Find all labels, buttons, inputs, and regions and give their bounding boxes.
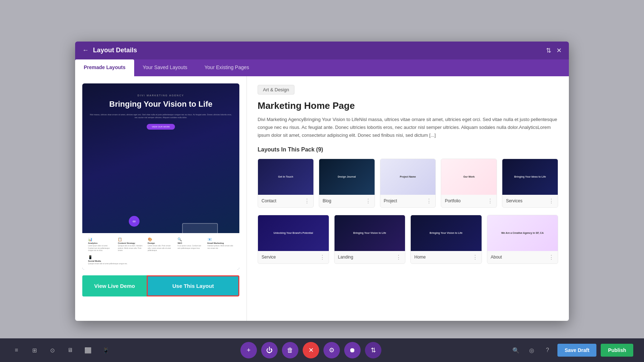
content-icon: 📋 xyxy=(118,237,144,241)
layout-card-service[interactable]: Unlocking Your Brand's Potential Service… xyxy=(258,215,329,264)
toolbar-mobile-icon[interactable]: 📱 xyxy=(100,344,112,356)
feature-design: 🎨 Design Lorem ornare odio. Proin ornare… xyxy=(148,237,174,252)
toolbar-right: 🔍 ◎ ? Save Draft Publish xyxy=(510,344,633,357)
agency-label: DIVI MARKETING AGENCY xyxy=(89,94,232,97)
toolbar-menu-icon[interactable]: ≡ xyxy=(11,344,22,356)
card-menu-project[interactable]: ⋮ xyxy=(426,198,432,204)
publish-button[interactable]: Publish xyxy=(601,344,633,357)
toolbar-desktop-icon[interactable]: 🖥 xyxy=(64,344,76,356)
card-menu-blog[interactable]: ⋮ xyxy=(365,198,371,204)
analytics-icon: 📊 xyxy=(88,237,114,241)
tab-saved[interactable]: Your Saved Layouts xyxy=(134,59,196,76)
feature-desc-social: Quisque ornare odio sit amet pellentesqu… xyxy=(88,263,234,265)
feature-desc-content: Quisque odio sit at diam. Interdum preti… xyxy=(118,245,144,252)
record-button[interactable]: ⏺ xyxy=(344,342,361,358)
feature-desc-design: Lorem ornare odio. Proin ornare odio. Lo… xyxy=(148,245,174,252)
card-menu-about[interactable]: ⋮ xyxy=(548,254,554,261)
layout-card-contact[interactable]: Get In Touch Contact ⋮ xyxy=(258,159,314,208)
layout-card-home[interactable]: Bringing Your Vision to Life Home ⋮ xyxy=(410,215,482,264)
right-panel: Art & Design Marketing Home Page Divi Ma… xyxy=(247,76,569,321)
layout-card-blog[interactable]: Design Journal Blog ⋮ xyxy=(319,159,375,208)
thumb-services: Bringing Your Ideas to Life xyxy=(502,159,558,195)
card-name-project: Project xyxy=(384,198,397,203)
thumb-mock-service: Unlocking Your Brand's Potential xyxy=(272,232,315,234)
close-icon[interactable]: ✕ xyxy=(556,47,562,54)
email-icon: 📧 xyxy=(208,237,234,241)
card-footer-landing: Landing ⋮ xyxy=(335,251,405,264)
use-this-layout-button[interactable]: Use This Layout xyxy=(147,275,239,296)
hero-cta-button[interactable]: VIEW OUR WORK xyxy=(147,124,175,130)
feature-title-design: Design xyxy=(148,242,174,244)
preview-features: 📊 Analytics Lorem ipsum dolor sit amet. … xyxy=(82,233,239,269)
thumb-mock-landing: Bringing Your Vision to Life xyxy=(351,232,388,234)
thumb-mock-services: Bringing Your Ideas to Life xyxy=(512,175,548,178)
feature-email: 📧 Email Marketing Interdum pretium. Morb… xyxy=(208,237,234,252)
layout-card-portfolio[interactable]: Our Work Portfolio ⋮ xyxy=(441,159,497,208)
settings-button[interactable]: ⚙ xyxy=(323,342,340,358)
thumb-blog: Design Journal xyxy=(319,159,375,195)
modal-title: Layout Details xyxy=(93,47,542,54)
toolbar-left: ≡ ⊞ ⊙ 🖥 ⬜ 📱 xyxy=(11,344,112,356)
feature-desc-seo: In ac auctor cursus. Condunt iam sem pel… xyxy=(177,245,204,250)
view-live-demo-button[interactable]: View Live Demo xyxy=(82,275,147,296)
card-menu-service[interactable]: ⋮ xyxy=(319,254,325,261)
card-footer-service: Service ⋮ xyxy=(258,251,329,264)
hero-title: Bringing Your Vision to Life xyxy=(89,100,232,109)
card-name-about: About xyxy=(491,255,502,260)
layout-card-about[interactable]: We Are a Creative Agency in SF, CA About… xyxy=(487,215,558,264)
add-button[interactable]: + xyxy=(240,342,257,358)
card-menu-contact[interactable]: ⋮ xyxy=(304,198,310,204)
feature-desc-analytics: Lorem ipsum dolor sit amet. Condunt iam … xyxy=(88,245,114,252)
page-wrapper: ← Layout Details ⇅ ✕ Premade Layouts You… xyxy=(0,0,644,362)
power-button[interactable]: ⏻ xyxy=(261,342,278,358)
layout-card-project[interactable]: Project Name Project ⋮ xyxy=(380,159,436,208)
tab-premade[interactable]: Premade Layouts xyxy=(75,59,134,76)
category-badge: Art & Design xyxy=(258,85,294,95)
save-draft-button[interactable]: Save Draft xyxy=(557,344,596,357)
trash-button[interactable]: 🗑 xyxy=(282,342,298,358)
tab-existing[interactable]: Your Existing Pages xyxy=(196,59,258,76)
card-menu-portfolio[interactable]: ⋮ xyxy=(487,198,493,204)
layout-description: Divi Marketing AgencyBringing Your Visio… xyxy=(258,116,558,139)
modal-header: ← Layout Details ⇅ ✕ xyxy=(75,42,569,59)
feature-title-social: Social Media xyxy=(88,260,234,262)
preview-image: DIVI MARKETING AGENCY Bringing Your Visi… xyxy=(82,83,239,270)
layouts-grid-row1: Get In Touch Contact ⋮ Design Journal xyxy=(258,159,558,208)
header-icons: ⇅ ✕ xyxy=(546,47,562,54)
tabs-bar: Premade Layouts Your Saved Layouts Your … xyxy=(75,59,569,76)
card-menu-home[interactable]: ⋮ xyxy=(472,254,478,261)
card-footer-about: About ⋮ xyxy=(487,251,558,264)
toolbar-center: + ⏻ 🗑 ✕ ⚙ ⏺ ⇅ xyxy=(240,342,381,358)
thumb-home: Bringing Your Vision to Life xyxy=(411,215,482,251)
layout-card-landing[interactable]: Bringing Your Vision to Life Landing ⋮ xyxy=(334,215,406,264)
help-icon[interactable]: ? xyxy=(542,344,553,356)
toolbar-search-icon[interactable]: ⊙ xyxy=(47,344,58,356)
layout-button[interactable]: ⇅ xyxy=(365,342,381,358)
layout-card-services[interactable]: Bringing Your Ideas to Life Services ⋮ xyxy=(502,159,558,208)
search-icon[interactable]: 🔍 xyxy=(510,344,522,356)
card-menu-landing[interactable]: ⋮ xyxy=(396,254,401,261)
feature-title-seo: SEO xyxy=(177,242,204,244)
left-panel: DIVI MARKETING AGENCY Bringing Your Visi… xyxy=(75,76,247,321)
preview-circle: ∞ xyxy=(129,216,140,227)
circle-icon[interactable]: ◎ xyxy=(526,344,537,356)
card-footer-contact: Contact ⋮ xyxy=(258,195,313,207)
action-buttons: View Live Demo Use This Layout xyxy=(82,275,239,296)
card-footer-portfolio: Portfolio ⋮ xyxy=(441,195,497,207)
back-button[interactable]: ← xyxy=(82,47,89,54)
settings-icon[interactable]: ⇅ xyxy=(546,47,551,54)
toolbar-grid-icon[interactable]: ⊞ xyxy=(29,344,40,356)
thumb-mock-about: We Are a Creative Agency in SF, CA xyxy=(499,232,546,234)
card-name-service: Service xyxy=(262,255,276,260)
hero-text: Nisl massa, ultrices vitae ornare sit am… xyxy=(89,113,232,119)
card-menu-services[interactable]: ⋮ xyxy=(548,198,554,204)
exit-button[interactable]: ✕ xyxy=(303,342,319,358)
layouts-grid-row2: Unlocking Your Brand's Potential Service… xyxy=(258,215,558,264)
layout-title: Marketing Home Page xyxy=(258,100,558,111)
feature-analytics: 📊 Analytics Lorem ipsum dolor sit amet. … xyxy=(88,237,114,252)
card-name-contact: Contact xyxy=(262,198,276,203)
toolbar-tablet-icon[interactable]: ⬜ xyxy=(82,344,94,356)
card-name-landing: Landing xyxy=(338,255,353,260)
card-name-services: Services xyxy=(506,198,522,203)
modal: ← Layout Details ⇅ ✕ Premade Layouts You… xyxy=(75,42,569,321)
